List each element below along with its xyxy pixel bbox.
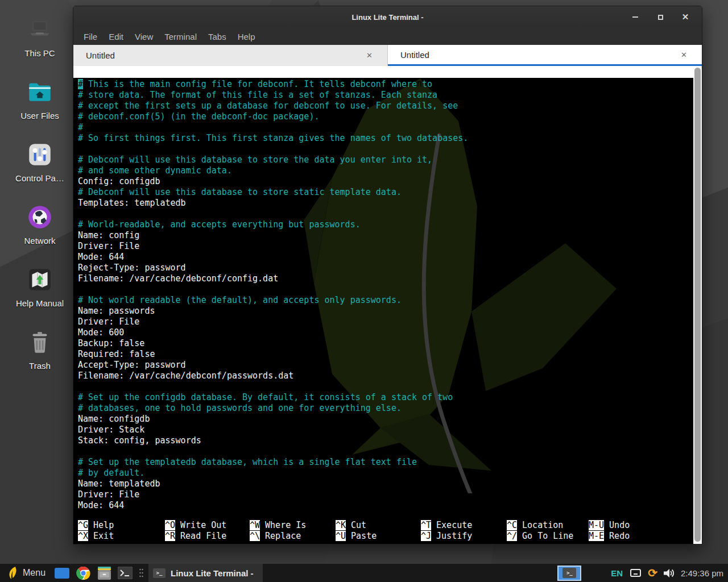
launcher-chrome[interactable]	[75, 565, 91, 581]
maximize-button[interactable]	[654, 11, 667, 23]
editor-line: Reject-Type: password	[78, 263, 689, 273]
editor-line: # Set up the configdb database. By defau…	[78, 392, 689, 403]
menu-item-edit[interactable]: Edit	[103, 32, 129, 41]
nano-shortcut: ^OWrite Out	[165, 520, 226, 531]
shortcut-label: Go To Line	[522, 531, 573, 541]
desktop-icon-network[interactable]: Network	[10, 202, 69, 246]
editor-line: Driver: File	[78, 317, 689, 327]
tab-label: Untitled	[86, 51, 115, 60]
editor-line	[78, 381, 689, 392]
desktop-icon-this-pc[interactable]: This PC	[10, 15, 69, 58]
desktop-icon-control-panel[interactable]: Control Pa…	[10, 140, 69, 183]
editor-line: # Set up the templatedb database, which …	[78, 457, 689, 468]
keyboard-icon[interactable]	[630, 569, 641, 577]
linux-lite-feather-icon	[8, 566, 18, 580]
shortcut-label: Exit	[93, 531, 114, 541]
minimize-button[interactable]	[629, 11, 642, 23]
settings-sliders-icon	[25, 140, 55, 169]
tray-terminal-button[interactable]: >_	[557, 566, 581, 581]
editor-line: # So first things first. This first stan…	[78, 133, 689, 144]
editor-line: Name: passwords	[78, 306, 689, 317]
launcher-terminal[interactable]	[117, 565, 133, 581]
nano-shortcuts: ^GHelp^XExit^OWrite Out^RRead File^WWher…	[78, 520, 689, 542]
editor-line: Config: configdb	[78, 176, 689, 187]
desktop-icon-help-manual[interactable]: Help Manual	[10, 265, 69, 308]
menu-bar: FileEditViewTerminalTabsHelp	[73, 28, 702, 45]
volume-icon[interactable]	[664, 568, 675, 578]
launcher-show-desktop[interactable]	[54, 565, 70, 581]
tab-close-icon[interactable]: ✕	[679, 49, 689, 60]
nano-shortcut: ^WWhere Is	[250, 520, 306, 531]
nano-shortcut: ^\Replace	[250, 531, 306, 542]
shortcut-label: Read File	[180, 531, 226, 541]
shortcut-key: ^J	[421, 531, 431, 541]
clock[interactable]: 2:49:36 pm	[681, 568, 723, 578]
nano-shortcut: M-ERedo	[589, 531, 630, 542]
menu-item-tabs[interactable]: Tabs	[202, 32, 232, 41]
window-title: Linux Lite Terminal -	[73, 13, 702, 22]
editor-line: # databases, one to hold passwords and o…	[78, 403, 689, 414]
nano-shortcut: M-UUndo	[589, 520, 630, 531]
desktop-icon-trash[interactable]: Trash	[10, 327, 69, 371]
shortcut-label: Undo	[609, 520, 630, 530]
shortcut-key: M-E	[589, 531, 604, 541]
nano-shortcut-column: M-UUndoM-ERedo	[589, 520, 630, 542]
editor-line: Name: templatedb	[78, 479, 689, 489]
shortcut-key: M-U	[589, 520, 604, 530]
panel-grip-handle[interactable]	[139, 567, 144, 579]
shortcut-key: ^X	[78, 531, 88, 541]
shortcut-key: ^R	[165, 531, 175, 541]
start-menu-button[interactable]: Menu	[5, 564, 49, 582]
tab-close-icon[interactable]: ✕	[364, 50, 375, 61]
menu-item-terminal[interactable]: Terminal	[159, 32, 202, 41]
editor-line: Filename: /var/cache/debconf/config.dat	[78, 273, 689, 284]
editor-line	[78, 209, 689, 219]
terminal-editor-area[interactable]: /etc/debconf.conf GNU nano 7.2 # This is…	[73, 66, 702, 544]
shortcut-label: Help	[93, 520, 114, 530]
desktop-window-icon	[55, 568, 69, 579]
menu-item-help[interactable]: Help	[232, 32, 261, 41]
terminal-window: Linux Lite Terminal - ✕ FileEditViewTerm…	[73, 6, 702, 544]
nano-titlebar: /etc/debconf.conf GNU nano 7.2	[73, 66, 693, 78]
menu-button-label: Menu	[23, 568, 46, 578]
scrollbar-thumb[interactable]	[694, 68, 701, 542]
taskbar-window-button[interactable]: >_ Linux Lite Terminal -	[148, 564, 263, 582]
nano-shortcut-column: ^KCut^UPaste	[336, 520, 377, 542]
desktop-icon-label: Network	[10, 236, 69, 246]
system-tray: >_ EN ⟳ 2:49:36 pm	[557, 566, 723, 581]
editor-line: # Not world readable (the default), and …	[78, 295, 689, 306]
shortcut-key: ^K	[336, 520, 346, 530]
close-button[interactable]: ✕	[679, 11, 692, 23]
tab-untitled-2[interactable]: Untitled ✕	[388, 45, 702, 66]
nano-shortcut-column: ^WWhere Is^\Replace	[250, 520, 306, 542]
scrollbar-track[interactable]	[693, 66, 702, 544]
editor-line: # This is the main config file for debco…	[78, 79, 689, 90]
editor-line: Driver: Stack	[78, 425, 689, 435]
menu-item-view[interactable]: View	[129, 32, 159, 41]
editor-line: Required: false	[78, 349, 689, 360]
tab-untitled-1[interactable]: Untitled ✕	[73, 45, 388, 66]
launcher-file-manager[interactable]	[96, 565, 112, 581]
shortcut-label: Justify	[436, 531, 472, 541]
updates-icon[interactable]: ⟳	[648, 567, 657, 579]
shortcut-key: ^T	[421, 520, 431, 530]
shortcut-label: Write Out	[180, 520, 226, 530]
menu-item-file[interactable]: File	[78, 32, 103, 41]
nano-shortcut: ^UPaste	[336, 531, 377, 542]
editor-line: #	[78, 122, 689, 133]
home-folder-icon	[25, 77, 55, 107]
shortcut-key: ^\	[250, 531, 260, 541]
shortcut-key: ^C	[507, 520, 517, 530]
keyboard-layout-indicator[interactable]: EN	[611, 568, 623, 578]
window-titlebar[interactable]: Linux Lite Terminal - ✕	[73, 6, 702, 28]
nano-shortcut-column: ^TExecute^JJustify	[421, 520, 472, 542]
terminal-icon	[118, 567, 133, 579]
desktop-icon-user-files[interactable]: User Files	[10, 77, 69, 120]
editor-line: # store data. The format of this file is…	[78, 90, 689, 101]
tab-bar: Untitled ✕ Untitled ✕	[73, 45, 702, 66]
shortcut-label: Where Is	[265, 520, 306, 530]
nano-shortcut: ^GHelp	[78, 520, 114, 531]
terminal-icon: >_	[562, 568, 576, 578]
editor-line: Name: configdb	[78, 414, 689, 425]
editor-line: # except the first sets up a database fo…	[78, 101, 689, 111]
